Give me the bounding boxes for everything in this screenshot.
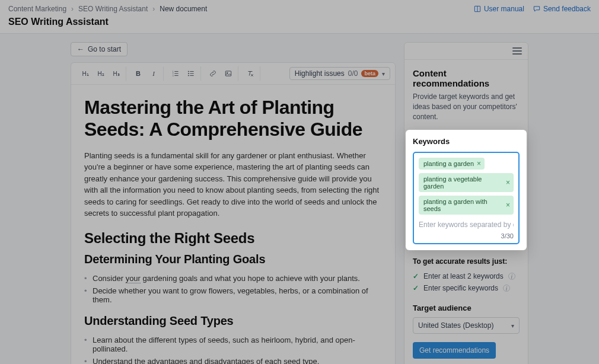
arrow-left-icon: ←	[77, 45, 84, 53]
keywords-count: 3/30	[419, 232, 514, 240]
heading3-button[interactable]: H₃	[109, 66, 123, 81]
heading-seed-types[interactable]: Understanding Seed Types	[84, 314, 382, 328]
tip-text: Enter at least 2 keywords	[423, 272, 504, 280]
intro-paragraph[interactable]: Planting seeds is a fundamental skill fo…	[84, 150, 382, 219]
beta-badge: beta	[361, 70, 378, 77]
svg-rect-14	[225, 71, 231, 76]
keywords-chips: planting a garden× planting a vegetable …	[419, 158, 514, 215]
text: gardening goals and what you hope to ach…	[141, 274, 360, 283]
underlined-word[interactable]: your	[126, 274, 141, 283]
keywords-title: Keywords	[413, 137, 520, 146]
keyword-chip-label: planting a garden with seeds	[423, 198, 503, 212]
highlight-issues-label: Highlight issues	[295, 69, 345, 78]
ordered-list-button[interactable]: 123	[168, 66, 183, 81]
image-button[interactable]	[221, 66, 235, 81]
italic-button[interactable]: I	[146, 66, 161, 81]
list-item[interactable]: Consider your gardening goals and what y…	[93, 272, 382, 285]
clear-format-icon	[246, 69, 254, 78]
breadcrumb-content-marketing[interactable]: Content Marketing	[8, 5, 66, 13]
keywords-popout: Keywords planting a garden× planting a v…	[406, 130, 527, 250]
keywords-input[interactable]	[419, 219, 514, 232]
text: Consider	[93, 274, 126, 283]
heading-selecting-seeds[interactable]: Selecting the Right Seeds	[84, 230, 382, 247]
user-manual-label: User manual	[484, 5, 524, 13]
check-icon: ✓	[413, 272, 419, 280]
recommendations-title: Content recommendations	[413, 68, 520, 88]
info-icon[interactable]: i	[508, 273, 515, 280]
send-feedback-label: Send feedback	[543, 5, 591, 13]
tip-row: ✓ Enter specific keywords i	[413, 282, 520, 294]
breadcrumb-seo-writing-assistant[interactable]: SEO Writing Assistant	[78, 5, 148, 13]
list-item[interactable]: Understand the advantages and disadvanta…	[93, 355, 382, 364]
target-audience-value: United States (Desktop)	[418, 321, 493, 330]
unordered-list-button[interactable]	[184, 66, 198, 81]
list-item[interactable]: Learn about the different types of seeds…	[93, 334, 382, 355]
list-planting-goals: Consider your gardening goals and what y…	[93, 272, 382, 306]
heading-planting-goals[interactable]: Determining Your Planting Goals	[84, 253, 382, 266]
breadcrumb-current: New document	[160, 5, 207, 13]
remove-keyword-button[interactable]: ×	[477, 160, 481, 167]
keyword-chip: planting a garden×	[419, 158, 485, 170]
go-to-start-label: Go to start	[88, 45, 121, 53]
go-to-start-button[interactable]: ← Go to start	[71, 42, 128, 56]
send-feedback-link[interactable]: Send feedback	[533, 5, 591, 13]
heading1-button[interactable]: H₁	[78, 66, 93, 81]
workspace: ← Go to start H₁ H₂ H₃ B I 123	[0, 34, 599, 364]
image-icon	[224, 69, 232, 78]
menu-icon[interactable]	[512, 47, 522, 55]
keyword-chip: planting a garden with seeds×	[419, 196, 514, 215]
user-manual-link[interactable]: User manual	[473, 5, 524, 13]
recommendations-desc: Provide target keywords and get ideas ba…	[413, 92, 520, 122]
link-icon	[209, 69, 217, 78]
page-title: SEO Writing Assistant	[8, 17, 591, 27]
book-icon	[473, 5, 482, 13]
chat-icon	[533, 5, 541, 13]
check-icon: ✓	[413, 284, 419, 292]
svg-point-12	[188, 73, 189, 74]
list-item[interactable]: Decide whether you want to grow flowers,…	[93, 285, 382, 306]
sidebar-inner: Content recommendations Provide target k…	[404, 60, 528, 364]
bold-button[interactable]: B	[131, 66, 145, 81]
sidebar-card: Content recommendations Provide target k…	[404, 42, 528, 364]
keyword-chip-label: planting a garden	[423, 160, 474, 167]
editor-card: H₁ H₂ H₃ B I 123	[71, 62, 396, 364]
ordered-list-icon: 123	[171, 69, 180, 78]
heading2-button[interactable]: H₂	[94, 66, 108, 81]
go-to-start-wrap: ← Go to start	[71, 42, 396, 56]
remove-keyword-button[interactable]: ×	[506, 179, 510, 186]
svg-point-13	[188, 75, 189, 76]
tip-text: Enter specific keywords	[423, 284, 498, 292]
chevron-down-icon: ▾	[382, 71, 385, 77]
highlight-issues-count: 0/0	[348, 69, 358, 78]
list-seed-types: Learn about the different types of seeds…	[93, 334, 382, 364]
svg-point-11	[188, 71, 189, 72]
document-title[interactable]: Mastering the Art of Planting Seeds: A C…	[84, 97, 382, 141]
target-audience-select[interactable]: United States (Desktop) ▾	[413, 317, 520, 334]
chevron-right-icon: ›	[71, 5, 74, 13]
editor-toolbar: H₁ H₂ H₃ B I 123	[71, 63, 395, 85]
bullet-list-icon	[187, 69, 195, 78]
editor-column: ← Go to start H₁ H₂ H₃ B I 123	[71, 42, 396, 364]
keyword-chip-label: planting a vegetable garden	[423, 175, 503, 190]
target-audience-title: Target audience	[413, 304, 520, 312]
svg-text:3: 3	[173, 75, 174, 77]
header-actions: User manual Send feedback	[473, 5, 591, 13]
get-recommendations-button[interactable]: Get recommendations	[413, 342, 496, 359]
clear-format-button[interactable]	[243, 66, 257, 81]
chevron-right-icon: ›	[152, 5, 155, 13]
keyword-chip: planting a vegetable garden×	[419, 173, 514, 192]
remove-keyword-button[interactable]: ×	[506, 202, 510, 209]
sidebar-column: Content recommendations Provide target k…	[404, 42, 528, 364]
header-bar: Content Marketing › SEO Writing Assistan…	[0, 0, 599, 34]
tips-title: To get accurate results just:	[413, 257, 520, 266]
tip-row: ✓ Enter at least 2 keywords i	[413, 270, 520, 282]
chevron-down-icon: ▾	[511, 323, 514, 329]
document-body[interactable]: Mastering the Art of Planting Seeds: A C…	[71, 85, 395, 364]
highlight-issues-dropdown[interactable]: Highlight issues 0/0 beta ▾	[289, 67, 390, 80]
keywords-input-box[interactable]: planting a garden× planting a vegetable …	[413, 152, 520, 244]
sidebar-head	[404, 43, 528, 60]
info-icon[interactable]: i	[503, 285, 510, 292]
link-button[interactable]	[206, 66, 220, 81]
